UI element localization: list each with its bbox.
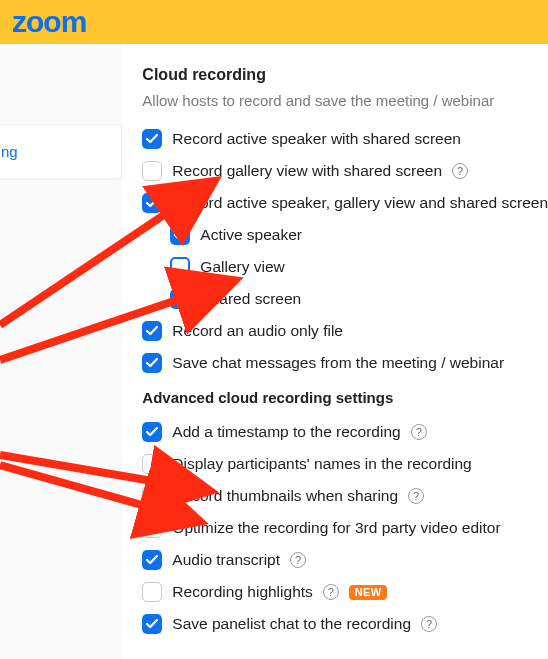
checkbox-checked-icon[interactable] (142, 422, 162, 442)
opt-label: Record gallery view with shared screen (172, 162, 442, 180)
checkbox-checked-icon[interactable] (170, 225, 190, 245)
checkbox-checked-icon[interactable] (142, 614, 162, 634)
help-icon[interactable]: ? (411, 424, 427, 440)
help-icon[interactable]: ? (421, 616, 437, 632)
opt-label: Save panelist chat to the recording (172, 615, 411, 633)
opt-save-panelist-chat[interactable]: Save panelist chat to the recording ? (142, 614, 548, 634)
opt-recording-highlights[interactable]: Recording highlights ? NEW (142, 582, 548, 602)
help-icon[interactable]: ? (452, 163, 468, 179)
opt-label: Add a timestamp to the recording (172, 423, 400, 441)
checkbox-checked-icon[interactable] (142, 129, 162, 149)
section-title-advanced: Advanced cloud recording settings (142, 389, 548, 406)
sidebar-item-label: ng (1, 143, 18, 160)
opt-label: Display participants' names in the recor… (172, 455, 471, 473)
checkbox-unchecked-icon[interactable] (142, 161, 162, 181)
section-desc-cloud-recording: Allow hosts to record and save the meeti… (142, 92, 548, 109)
opt-label: Recording highlights (172, 583, 312, 601)
opt-label: Record active speaker, gallery view and … (172, 194, 548, 212)
checkbox-unchecked-icon[interactable] (142, 454, 162, 474)
opt-thumbnails[interactable]: Record thumbnails when sharing ? (142, 486, 548, 506)
zoom-logo: zoom (12, 8, 132, 36)
opt-label: Shared screen (200, 290, 301, 308)
topbar: zoom (0, 0, 548, 44)
settings-main: Cloud recording Allow hosts to record an… (122, 44, 548, 659)
checkbox-checked-icon[interactable] (142, 550, 162, 570)
sidebar: ng (0, 44, 122, 659)
help-icon[interactable]: ? (290, 552, 306, 568)
checkbox-checked-icon[interactable] (142, 353, 162, 373)
svg-text:zoom: zoom (12, 8, 86, 36)
checkbox-unchecked-icon[interactable] (142, 486, 162, 506)
opt-label: Record active speaker with shared screen (172, 130, 461, 148)
opt-label: Active speaker (200, 226, 302, 244)
opt-optimize-3rd-party[interactable]: Optimize the recording for 3rd party vid… (142, 518, 548, 538)
opt-record-all-views[interactable]: Record active speaker, gallery view and … (142, 193, 548, 213)
section-title-cloud-recording: Cloud recording (142, 66, 548, 84)
opt-label: Record an audio only file (172, 322, 343, 340)
opt-record-gallery-shared[interactable]: Record gallery view with shared screen ? (142, 161, 548, 181)
checkbox-checked-icon[interactable] (142, 193, 162, 213)
sidebar-item-recording[interactable]: ng (1, 143, 111, 160)
help-icon[interactable]: ? (323, 584, 339, 600)
opt-record-active-speaker-shared[interactable]: Record active speaker with shared screen (142, 129, 548, 149)
checkbox-unchecked-icon[interactable] (142, 518, 162, 538)
opt-label: Optimize the recording for 3rd party vid… (172, 519, 500, 537)
opt-save-chat[interactable]: Save chat messages from the meeting / we… (142, 353, 548, 373)
checkbox-unchecked-icon[interactable] (142, 582, 162, 602)
new-badge: NEW (349, 585, 388, 600)
sidebar-card: ng (0, 124, 122, 179)
subopt-gallery-view[interactable]: Gallery view (142, 257, 548, 277)
help-icon[interactable]: ? (408, 488, 424, 504)
opt-timestamp[interactable]: Add a timestamp to the recording ? (142, 422, 548, 442)
opt-audio-only[interactable]: Record an audio only file (142, 321, 548, 341)
opt-label: Save chat messages from the meeting / we… (172, 354, 504, 372)
opt-audio-transcript[interactable]: Audio transcript ? (142, 550, 548, 570)
checkbox-checked-icon[interactable] (170, 289, 190, 309)
opt-label: Record thumbnails when sharing (172, 487, 398, 505)
subopt-active-speaker[interactable]: Active speaker (142, 225, 548, 245)
subopt-shared-screen[interactable]: Shared screen (142, 289, 548, 309)
checkbox-focused-icon[interactable] (170, 257, 190, 277)
opt-label: Gallery view (200, 258, 284, 276)
opt-label: Audio transcript (172, 551, 280, 569)
opt-display-names[interactable]: Display participants' names in the recor… (142, 454, 548, 474)
checkbox-checked-icon[interactable] (142, 321, 162, 341)
